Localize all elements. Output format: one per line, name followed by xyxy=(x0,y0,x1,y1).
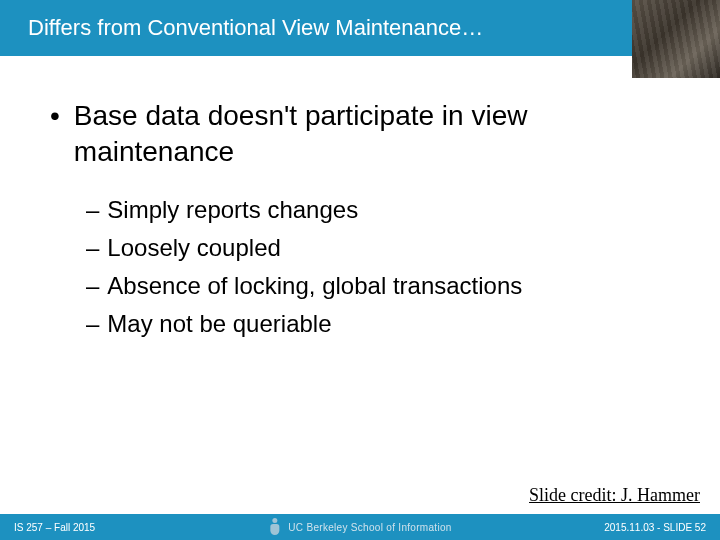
slide: Differs from Conventional View Maintenan… xyxy=(0,0,720,540)
bullet-level2: – Simply reports changes xyxy=(86,194,670,226)
dash-icon: – xyxy=(86,194,99,226)
footer-bar: IS 257 – Fall 2015 UC Berkeley School of… xyxy=(0,514,720,540)
dash-icon: – xyxy=(86,308,99,340)
footer-center: UC Berkeley School of Information xyxy=(268,518,451,536)
bullet-level2-text: May not be queriable xyxy=(107,308,331,340)
bullet-level2: – Absence of locking, global transaction… xyxy=(86,270,670,302)
bullet-level2-text: Absence of locking, global transactions xyxy=(107,270,522,302)
title-bar: Differs from Conventional View Maintenan… xyxy=(0,0,720,56)
slide-body: • Base data doesn't participate in view … xyxy=(0,56,720,540)
footer-center-text: UC Berkeley School of Information xyxy=(288,522,451,533)
bullet-level2-text: Simply reports changes xyxy=(107,194,358,226)
corner-decorative-image xyxy=(632,0,720,78)
bullet-dot-icon: • xyxy=(50,98,60,134)
sub-bullets: – Simply reports changes – Loosely coupl… xyxy=(50,194,670,340)
bullet-level2-text: Loosely coupled xyxy=(107,232,280,264)
bullet-level2: – May not be queriable xyxy=(86,308,670,340)
slide-title: Differs from Conventional View Maintenan… xyxy=(28,15,483,41)
bullet-level1-text: Base data doesn't participate in view ma… xyxy=(74,98,670,170)
bullet-level1: • Base data doesn't participate in view … xyxy=(50,98,670,170)
slide-credit: Slide credit: J. Hammer xyxy=(529,485,700,506)
footer-left: IS 257 – Fall 2015 xyxy=(14,522,95,533)
dash-icon: – xyxy=(86,270,99,302)
bullet-level2: – Loosely coupled xyxy=(86,232,670,264)
ischool-logo-icon xyxy=(268,518,282,536)
dash-icon: – xyxy=(86,232,99,264)
footer-right: 2015.11.03 - SLIDE 52 xyxy=(604,522,706,533)
